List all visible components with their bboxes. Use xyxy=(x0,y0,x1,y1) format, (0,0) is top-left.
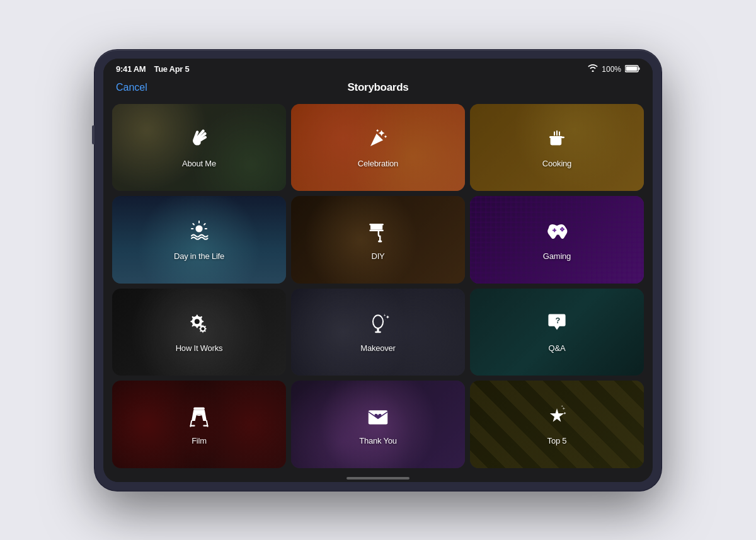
film-content: Film xyxy=(186,403,212,445)
paint-roller-icon xyxy=(365,219,391,248)
screen: 9:41 AM Tue Apr 5 100% xyxy=(103,59,653,482)
thank-you-content: Thank You xyxy=(359,403,397,445)
svg-rect-29 xyxy=(375,331,381,333)
status-bar: 9:41 AM Tue Apr 5 100% xyxy=(103,59,653,78)
cooking-content: Cooking xyxy=(542,126,571,168)
svg-rect-2 xyxy=(639,67,640,70)
svg-text:?: ? xyxy=(556,316,561,325)
status-time: 9:41 AM xyxy=(116,64,146,74)
grid-item-gaming[interactable]: Gaming xyxy=(470,196,644,284)
grid-item-day-life[interactable]: Day in the Life xyxy=(112,196,286,284)
battery-text: 100% xyxy=(602,65,621,74)
svg-rect-34 xyxy=(193,407,205,410)
grid-item-makeover[interactable]: + · ✦ Makeover xyxy=(291,289,465,376)
status-date: Tue Apr 5 xyxy=(154,64,190,74)
svg-line-11 xyxy=(204,224,205,225)
mirror-sparkle-icon: + · ✦ xyxy=(365,311,391,340)
qa-content: ? Q&A xyxy=(544,311,570,353)
svg-rect-1 xyxy=(626,66,638,71)
diy-label: DIY xyxy=(371,251,384,261)
top5-label: Top 5 xyxy=(547,436,567,445)
home-indicator xyxy=(103,474,653,482)
how-works-label: How It Works xyxy=(176,343,223,353)
grid-item-thank-you[interactable]: Thank You xyxy=(291,381,465,468)
svg-text:✦: ✦ xyxy=(386,314,390,320)
svg-line-13 xyxy=(193,224,194,225)
makeover-content: + · ✦ Makeover xyxy=(360,311,395,353)
grid-item-diy[interactable]: DIY xyxy=(291,196,465,284)
grid-item-qa[interactable]: ? Q&A xyxy=(470,289,644,376)
wifi-icon xyxy=(588,64,598,74)
gears-icon xyxy=(186,311,212,340)
home-indicator-bar xyxy=(346,477,410,480)
day-life-label: Day in the Life xyxy=(174,251,224,261)
svg-rect-17 xyxy=(369,229,383,231)
cooking-pot-icon xyxy=(544,126,570,155)
celebration-label: Celebration xyxy=(358,159,398,168)
gaming-label: Gaming xyxy=(543,251,571,261)
envelope-heart-icon xyxy=(365,403,391,432)
grid-item-celebration[interactable]: Celebration xyxy=(291,104,465,192)
grid-item-how-works[interactable]: How It Works xyxy=(112,289,286,376)
day-life-content: Day in the Life xyxy=(174,219,224,261)
about-me-content: About Me xyxy=(182,126,216,168)
how-works-content: How It Works xyxy=(176,311,223,353)
cancel-button[interactable]: Cancel xyxy=(116,82,147,93)
svg-rect-15 xyxy=(370,224,382,229)
thank-you-label: Thank You xyxy=(359,436,397,445)
film-label: Film xyxy=(192,436,207,445)
svg-rect-18 xyxy=(378,240,382,242)
gamepad-icon xyxy=(544,219,570,248)
svg-point-9 xyxy=(195,225,202,232)
grid-item-film[interactable]: Film xyxy=(112,381,286,468)
celebration-content: Celebration xyxy=(358,126,398,168)
cooking-label: Cooking xyxy=(542,159,571,168)
top5-content: + ✦ + Top 5 xyxy=(544,403,570,445)
svg-rect-16 xyxy=(369,224,383,225)
svg-point-25 xyxy=(195,319,200,324)
svg-point-27 xyxy=(373,315,383,328)
diy-content: DIY xyxy=(365,219,391,261)
storyboards-grid: About Me xyxy=(103,100,653,474)
about-me-label: About Me xyxy=(182,159,216,168)
svg-point-24 xyxy=(561,229,563,231)
qa-bubble-icon: ? xyxy=(544,311,570,340)
makeover-label: Makeover xyxy=(360,343,395,353)
wave-icon xyxy=(186,126,212,155)
page-title: Storyboards xyxy=(348,81,409,94)
director-chair-icon xyxy=(186,403,212,432)
svg-rect-37 xyxy=(190,425,195,426)
svg-point-26 xyxy=(201,327,204,330)
party-icon xyxy=(365,126,391,155)
grid-item-cooking[interactable]: Cooking xyxy=(470,104,644,192)
svg-text:+: + xyxy=(561,404,563,408)
svg-rect-3 xyxy=(551,137,562,146)
grid-item-about-me[interactable]: About Me xyxy=(112,104,286,192)
svg-rect-5 xyxy=(561,137,564,138)
status-time-date: 9:41 AM Tue Apr 5 xyxy=(116,64,189,74)
svg-rect-4 xyxy=(549,136,563,138)
grid-item-top5[interactable]: + ✦ + Top 5 xyxy=(470,381,644,468)
ipad-shell: 9:41 AM Tue Apr 5 100% xyxy=(94,50,662,491)
svg-rect-38 xyxy=(203,425,208,426)
star-sparkle-icon: + ✦ + xyxy=(544,403,570,432)
gaming-content: Gaming xyxy=(543,219,571,261)
svg-rect-20 xyxy=(554,228,555,232)
svg-text:✦: ✦ xyxy=(563,411,566,415)
svg-rect-28 xyxy=(377,328,379,332)
nav-bar: Cancel Storyboards xyxy=(103,78,653,100)
battery-icon xyxy=(625,64,640,75)
status-indicators: 100% xyxy=(588,64,640,75)
qa-label: Q&A xyxy=(549,343,566,353)
sun-water-icon xyxy=(186,219,212,248)
ipad-device: 9:41 AM Tue Apr 5 100% xyxy=(94,50,662,491)
svg-point-23 xyxy=(561,227,563,229)
